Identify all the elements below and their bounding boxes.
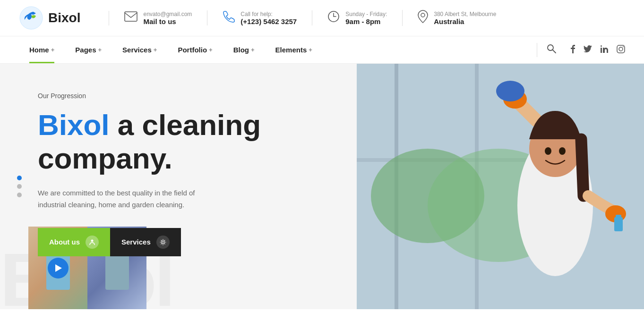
hours-label: Sunday - Friday:: [345, 11, 387, 17]
svg-point-8: [601, 45, 602, 47]
email-label: Mail to us: [143, 17, 192, 25]
contact-email: envato@gmail.com Mail to us: [109, 11, 207, 25]
slider-dot-3[interactable]: [17, 193, 22, 197]
navbar: Home + Pages + Services + Portfolio + Bl…: [0, 36, 644, 64]
svg-rect-2: [125, 12, 137, 21]
nav-blog-plus: +: [251, 46, 255, 53]
hero-description: We are committed to the best quality in …: [38, 187, 208, 211]
nav-blog[interactable]: Blog +: [223, 36, 265, 63]
slider-dot-2[interactable]: [17, 184, 22, 189]
svg-line-6: [553, 50, 556, 53]
hero-buttons: About us Services: [38, 228, 328, 256]
address-line1: 380 Albert St, Melbourne: [434, 11, 496, 17]
slider-dots: [17, 176, 22, 197]
email-address: envato@gmail.com: [143, 11, 192, 17]
hero-title-blue: Bixol: [38, 109, 110, 141]
contact-address: 380 Albert St, Melbourne Australia: [402, 10, 511, 26]
hours-value: 9am - 8pm: [345, 17, 387, 25]
hero-title: Bixol a cleaning company.: [38, 108, 328, 176]
nav-elements-plus: +: [309, 46, 312, 53]
facebook-icon[interactable]: [570, 45, 575, 55]
nav-divider: [537, 43, 537, 57]
svg-rect-7: [601, 48, 602, 53]
social-icons: [570, 45, 625, 55]
svg-point-12: [91, 239, 94, 242]
svg-point-11: [623, 46, 624, 47]
top-bar: Bixol envato@gmail.com Mail to us: [0, 0, 644, 36]
nav-pages[interactable]: Pages +: [65, 36, 112, 63]
svg-point-13: [162, 241, 164, 243]
logo-icon: [19, 6, 43, 30]
hero-content: Our Progression Bixol a cleaning company…: [38, 92, 328, 256]
svg-point-25: [559, 147, 566, 155]
svg-point-24: [545, 147, 551, 155]
nav-portfolio[interactable]: Portfolio +: [167, 36, 223, 63]
about-us-button[interactable]: About us: [38, 228, 110, 256]
phone-icon: [223, 10, 235, 25]
location-icon: [418, 10, 428, 26]
search-icon[interactable]: [542, 44, 561, 56]
hero-right: [357, 64, 644, 309]
mail-icon: [124, 11, 137, 25]
nav-services[interactable]: Services +: [112, 36, 167, 63]
nav-services-plus: +: [154, 46, 157, 53]
hero-left: Bixol Our Progression Bixol a cleaning c…: [0, 64, 357, 309]
services-button[interactable]: Services: [110, 228, 181, 256]
clock-icon: [327, 10, 340, 25]
slider-dot-1[interactable]: [17, 176, 22, 180]
svg-point-4: [421, 13, 425, 17]
nav-pages-plus: +: [98, 46, 102, 53]
play-button-1[interactable]: [48, 258, 69, 278]
address-line2: Australia: [434, 17, 496, 25]
svg-rect-27: [614, 217, 623, 231]
hero-image: [357, 64, 644, 309]
svg-point-1: [32, 12, 34, 15]
logo-text: Bixol: [48, 10, 80, 25]
hero-section: Bixol Our Progression Bixol a cleaning c…: [0, 64, 644, 309]
phone-number: (+123) 5462 3257: [240, 17, 297, 25]
nav-portfolio-plus: +: [209, 46, 213, 53]
contact-hours: Sunday - Friday: 9am - 8pm: [312, 10, 402, 25]
hero-tag: Our Progression: [38, 92, 328, 100]
svg-point-10: [619, 47, 623, 51]
nav-home-plus: +: [51, 46, 55, 53]
nav-home[interactable]: Home +: [19, 36, 65, 63]
services-gear-icon: [156, 236, 170, 249]
linkedin-icon[interactable]: [601, 45, 608, 55]
svg-point-21: [496, 81, 524, 101]
phone-label: Call for help:: [240, 11, 297, 17]
contact-phone: Call for help: (+123) 5462 3257: [207, 10, 312, 25]
instagram-icon[interactable]: [617, 45, 625, 55]
nav-items: Home + Pages + Services + Portfolio + Bl…: [19, 36, 532, 63]
svg-point-5: [548, 45, 553, 51]
about-us-icon: [86, 236, 99, 249]
top-contacts: envato@gmail.com Mail to us Call for hel…: [109, 10, 625, 26]
svg-rect-28: [616, 215, 621, 219]
nav-elements[interactable]: Elements +: [265, 36, 323, 63]
twitter-icon[interactable]: [584, 45, 592, 54]
logo-area: Bixol: [19, 6, 80, 30]
